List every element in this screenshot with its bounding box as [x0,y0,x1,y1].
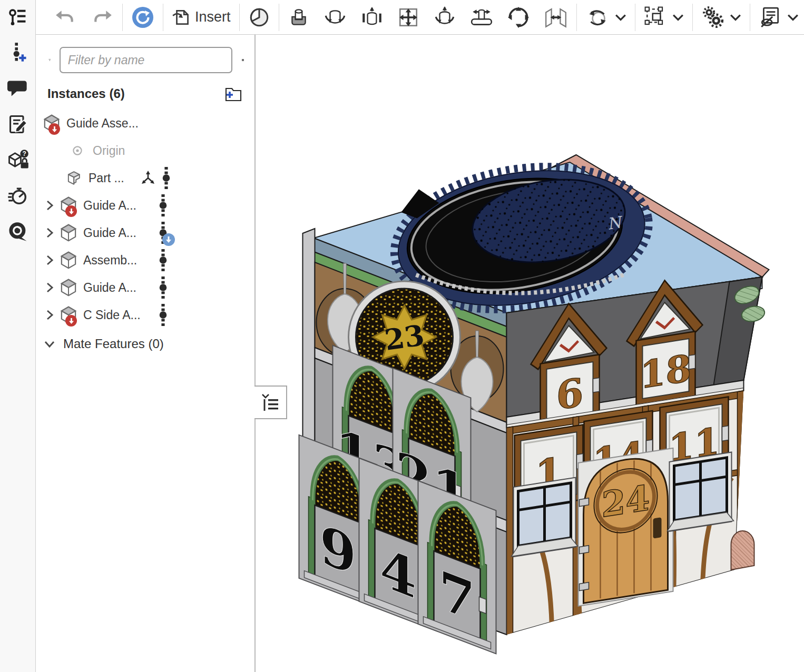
planar-mate-icon[interactable] [394,3,423,32]
tree-row-subassembly[interactable]: Guide A... [36,274,254,301]
update-downloading-badge [162,233,175,246]
assembly-toolbar: Insert [36,0,804,35]
help-feedback-icon[interactable] [5,219,31,244]
snap-mode-icon[interactable] [582,3,630,32]
update-available-badge [48,123,60,135]
assembly-icon [59,251,80,270]
filter-icon[interactable] [48,52,51,68]
instances-tree: Guide Asse... Origin Part ... [36,110,254,358]
model-permissions-help-icon[interactable]: ? [5,147,31,173]
model-door-24[interactable]: 24 [579,448,673,606]
model-stone-column[interactable] [731,531,754,570]
chevron-down-icon [672,14,684,21]
chevron-right-icon[interactable] [43,254,59,266]
selection-tools-icon[interactable] [641,3,687,32]
instance-label: C Side A... [83,308,154,322]
graphics-area[interactable]: N [256,35,804,672]
update-available-badge [65,315,77,327]
chevron-down-icon [730,14,741,21]
insert-label: Insert [195,9,231,25]
tree-row-subassembly[interactable]: C Side A... [36,301,254,329]
redo-icon[interactable] [89,3,117,32]
grounded-icon [139,169,157,187]
fixed-instance-icon [159,194,168,216]
collapse-list-icon [261,392,280,412]
fixed-instance-icon [159,276,168,299]
advent-house-model[interactable]: N [256,35,804,672]
chevron-down-icon[interactable] [43,338,59,350]
create-version-icon[interactable] [5,40,31,65]
assembly-icon [59,278,80,297]
tree-row-origin[interactable]: Origin [36,137,254,164]
fastened-mate-icon[interactable] [285,3,313,32]
section-pie-icon[interactable] [245,3,273,32]
svg-text:?: ? [22,150,26,157]
fixed-instance-icon [159,304,168,326]
performance-timer-icon[interactable] [5,183,31,209]
chevron-right-icon[interactable] [43,281,59,294]
tree-row-subassembly[interactable]: Assemb... [36,246,254,274]
origin-icon [71,141,90,160]
panel-collapse-handle[interactable] [254,386,287,419]
instance-label: Guide A... [83,199,154,213]
door-number: 24 [602,477,650,526]
mate-features-heading: Mate Features (0) [63,337,164,351]
fixed-instance-icon [159,249,168,271]
assembly-icon [42,114,63,133]
onshape-assembly-window: ? [0,0,804,672]
undo-icon[interactable] [51,3,79,32]
door-number: 6 [556,369,583,419]
tree-row-root-assembly[interactable]: Guide Asse... [36,110,254,137]
update-refresh-icon[interactable] [128,3,158,32]
comments-icon[interactable] [5,76,31,101]
new-folder-icon[interactable] [223,86,242,102]
assembly-structure-icon[interactable] [5,4,31,29]
instance-label: Part ... [89,171,139,185]
filter-input[interactable] [60,47,232,73]
fixed-instance-icon [162,167,171,189]
update-available-badge [65,205,77,217]
instance-label: Assemb... [83,253,154,268]
chevron-down-icon [787,14,799,21]
instances-panel: Instances (6) Guide Asse... [36,35,256,672]
instance-label: Guide A... [83,226,154,240]
tangent-mate-icon[interactable] [541,3,571,32]
model-window-7[interactable]: 7 [418,481,496,654]
part-icon [64,169,85,187]
hidden-items-icon[interactable] [756,3,802,32]
assembly-icon [59,223,80,242]
tree-row-subassembly[interactable]: Guide A... [36,219,254,246]
chevron-down-icon [615,14,626,21]
tree-row-subassembly[interactable]: Guide A... [36,192,254,219]
slider-mate-icon[interactable] [357,3,387,32]
model-ground-window-left[interactable] [512,477,578,557]
chevron-right-icon[interactable] [43,199,59,212]
edit-notes-icon[interactable] [5,112,31,137]
assembly-tools-gears-icon[interactable] [698,3,744,32]
insert-button[interactable]: Insert [169,3,234,32]
chevron-right-icon[interactable] [43,226,59,239]
list-view-icon[interactable] [242,53,244,67]
assembly-icon [59,305,80,324]
ball-mate-icon[interactable] [504,3,533,32]
door-number: 18 [640,346,691,398]
revolute-mate-icon[interactable] [320,3,350,32]
instance-label: Origin [93,144,125,158]
fixed-instance-icon [159,222,168,244]
chevron-right-icon[interactable] [43,309,59,321]
cylindrical-mate-icon[interactable] [430,3,459,32]
assembly-icon [59,196,80,215]
medallion-number: 23 [383,318,426,357]
model-ground-window-right[interactable] [668,452,734,532]
instance-label: Guide Asse... [66,116,139,131]
pin-slot-mate-icon[interactable] [467,3,496,32]
tree-row-part[interactable]: Part ... [36,164,254,192]
document-panel-rail: ? [0,0,36,672]
instance-label: Guide A... [83,281,154,295]
instances-heading: Instances (6) [47,86,125,101]
mate-features-section[interactable]: Mate Features (0) [36,330,254,358]
